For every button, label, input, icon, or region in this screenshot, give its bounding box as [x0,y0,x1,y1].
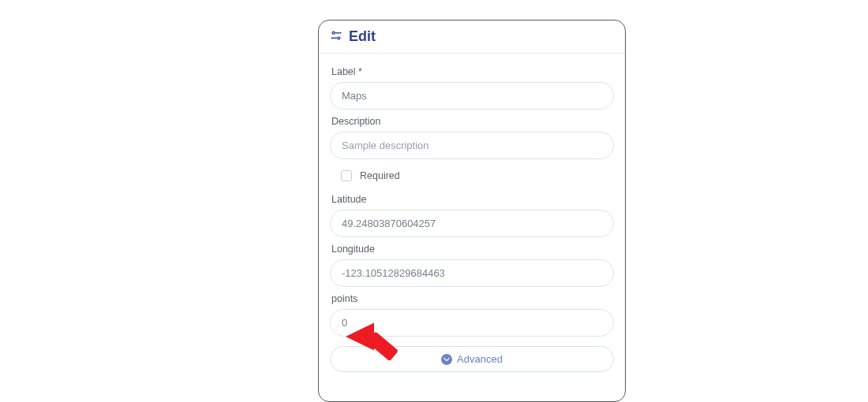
latitude-field: Latitude [330,194,614,237]
description-field: Description [330,116,614,159]
required-label: Required [360,170,400,181]
label-field: Label * [330,66,614,110]
panel-body: Label * Description Required Latitude Lo… [319,54,625,383]
points-field-label: points [331,293,612,304]
chevron-down-circle-icon [441,354,452,365]
panel-title: Edit [349,28,376,45]
required-row: Required [330,166,614,189]
sliders-icon [330,29,342,45]
longitude-field: Longitude [330,244,614,287]
edit-panel: Edit Label * Description Required Latitu… [318,20,626,402]
points-input[interactable] [330,309,614,337]
description-field-label: Description [331,116,612,127]
label-field-label: Label * [331,66,612,77]
points-field: points [330,293,614,337]
panel-header: Edit [319,20,625,54]
longitude-field-label: Longitude [331,244,612,255]
required-checkbox[interactable] [341,170,352,181]
latitude-field-label: Latitude [331,194,612,205]
label-input[interactable] [330,82,614,110]
latitude-input[interactable] [330,210,614,237]
description-input[interactable] [330,132,614,159]
advanced-button[interactable]: Advanced [330,346,614,372]
longitude-input[interactable] [330,259,614,287]
svg-point-0 [332,32,335,34]
advanced-button-label: Advanced [457,353,503,365]
svg-point-2 [338,36,340,39]
